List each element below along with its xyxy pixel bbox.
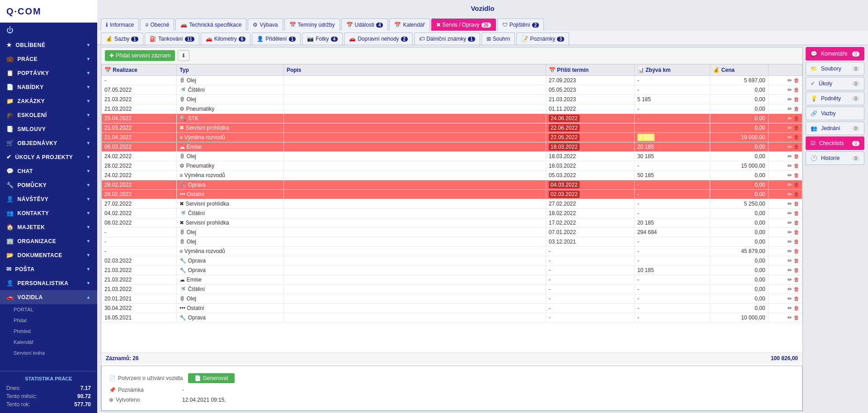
tab-tankovani[interactable]: ⛽Tankování11 [145,33,199,45]
tab-kalendar[interactable]: 📅Kalendář [389,19,429,31]
cell-actions[interactable]: ✏🗑 [768,304,802,313]
sidebar-sub-portal[interactable]: PORTÁL [0,304,97,315]
edit-icon[interactable]: ✏ [788,144,792,150]
delete-icon[interactable]: 🗑 [794,125,799,131]
cell-actions[interactable]: ✏🗑 [768,171,802,180]
cell-actions[interactable]: ✏🗑 [768,85,802,95]
tab-sazby[interactable]: 💰Sazby1 [101,33,143,45]
cell-actions[interactable]: ✏🗑 [768,180,802,190]
sidebar-item-ukoly[interactable]: ✔ÚKOLY A PROJEKTY ▼ [0,150,97,164]
edit-icon[interactable]: ✏ [788,210,792,216]
edit-icon[interactable]: ✏ [788,153,792,160]
rp-jednani[interactable]: 👥 Jednání 0 [806,122,864,135]
sidebar-item-pomucky[interactable]: 🔧POMŮCKY ▼ [0,178,97,192]
sidebar-item-chat[interactable]: 💬CHAT ▼ [0,164,97,178]
rp-podnety[interactable]: 💡 Podněty 0 [806,92,864,105]
rp-vazby[interactable]: 🔗 Vazby [806,107,864,120]
tab-poznamky[interactable]: 📝Poznámky3 [516,33,569,45]
power-button[interactable]: ⏻ [0,23,97,38]
delete-icon[interactable]: 🗑 [794,248,799,254]
edit-icon[interactable]: ✏ [788,115,792,122]
delete-icon[interactable]: 🗑 [794,229,799,235]
rp-historie[interactable]: 🕐 Historíe 0 [806,151,864,165]
tab-servis[interactable]: ✖Servis / Opravy26 [431,19,496,31]
cell-actions[interactable]: ✏🗑 [768,256,802,266]
cell-actions[interactable]: ✏🗑 [768,275,802,285]
tab-pojisteni[interactable]: 🛡Pojištění2 [497,19,544,31]
edit-icon[interactable]: ✏ [788,191,792,197]
delete-icon[interactable]: 🗑 [794,286,799,292]
delete-icon[interactable]: 🗑 [794,267,799,273]
edit-icon[interactable]: ✏ [788,163,792,169]
sidebar-sub-prehled[interactable]: Přehled [0,326,97,337]
sidebar-item-eskoleni[interactable]: 🎓eSKOLENÍ ▼ [0,108,97,122]
delete-icon[interactable]: 🗑 [794,210,799,216]
sidebar-item-zakazky[interactable]: 📁ZAKÁZKY ▼ [0,94,97,108]
tab-prideleni[interactable]: 👤Přidělení1 [252,33,301,45]
add-service-button[interactable]: ✚ Přidat servisní záznam [105,50,175,61]
delete-icon[interactable]: 🗑 [794,258,799,264]
edit-icon[interactable]: ✏ [788,267,792,273]
sidebar-sub-kalendar[interactable]: Kalendář [0,337,97,347]
sidebar-item-objednavky[interactable]: 🛒OBJEDNÁVKY ▼ [0,136,97,150]
delete-icon[interactable]: 🗑 [794,106,799,112]
cell-actions[interactable]: ✏🗑 [768,266,802,275]
edit-icon[interactable]: ✏ [788,77,792,84]
delete-icon[interactable]: 🗑 [794,305,799,311]
tab-technicka[interactable]: 🚗Technická specifikace [175,19,246,31]
edit-icon[interactable]: ✏ [788,286,792,292]
rp-checklists[interactable]: ☑ Checklists 0 [806,136,864,150]
sidebar-item-posta[interactable]: ✉POŠTA ▼ [0,262,97,276]
delete-icon[interactable]: 🗑 [794,191,799,197]
cell-actions[interactable]: ✏🗑 [768,237,802,247]
tab-terminy[interactable]: 📅Termíny údržby [284,19,340,31]
delete-icon[interactable]: 🗑 [794,96,799,103]
tab-souhrn[interactable]: ⊞Souhrn [481,33,515,45]
sidebar-sub-pridat[interactable]: Přidat [0,315,97,326]
service-table-scroll[interactable]: 📅 Realizace Typ Popis 📅 Příští termín 📊 … [101,64,802,352]
tab-dopravni[interactable]: 🚗Dopravní nehody2 [344,33,413,45]
sidebar-sub-servisni[interactable]: Servisní kniha [0,347,97,358]
edit-icon[interactable]: ✏ [788,314,792,321]
cell-actions[interactable]: ✏🗑 [768,285,802,294]
sidebar-item-smlouvy[interactable]: 📑SMLOUVY ▼ [0,122,97,136]
cell-actions[interactable]: ✏🗑 [768,313,802,323]
sidebar-item-organizace[interactable]: 🏢ORGANIZACE ▼ [0,234,97,248]
cell-actions[interactable]: ✏🗑 [768,133,802,142]
rp-ukoly[interactable]: ✔ Úkoly 0 [806,77,864,90]
tab-informace[interactable]: ℹInformace [101,19,139,31]
delete-icon[interactable]: 🗑 [794,87,799,93]
cell-actions[interactable]: ✏🗑 [768,152,802,161]
cell-actions[interactable]: ✏🗑 [768,218,802,228]
delete-icon[interactable]: 🗑 [794,163,799,169]
sidebar-item-dokumentace[interactable]: 📂DOKUMENTACE ▼ [0,248,97,262]
cell-actions[interactable]: ✏🗑 [768,142,802,152]
delete-icon[interactable]: 🗑 [794,239,799,245]
delete-icon[interactable]: 🗑 [794,182,799,188]
tab-obecne[interactable]: ≡Obecné [140,19,174,31]
delete-icon[interactable]: 🗑 [794,314,799,321]
edit-icon[interactable]: ✏ [788,239,792,245]
edit-icon[interactable]: ✏ [788,182,792,188]
cell-actions[interactable]: ✏🗑 [768,209,802,218]
edit-icon[interactable]: ✏ [788,106,792,112]
sidebar-item-kontakty[interactable]: 👥KONTAKTY ▼ [0,206,97,220]
edit-icon[interactable]: ✏ [788,125,792,131]
cell-actions[interactable]: ✏🗑 [768,104,802,114]
cell-actions[interactable]: ✏🗑 [768,228,802,237]
rp-komentare[interactable]: 💬 Komentáře 0 [806,47,864,61]
edit-icon[interactable]: ✏ [788,220,792,226]
cell-actions[interactable]: ✏🗑 [768,95,802,104]
edit-icon[interactable]: ✏ [788,87,792,93]
cell-actions[interactable]: ✏🗑 [768,123,802,133]
tab-kilometry[interactable]: 🚗Kilometry6 [201,33,251,45]
sidebar-item-majetek[interactable]: 🏠MAJETEK ▼ [0,220,97,234]
edit-icon[interactable]: ✏ [788,229,792,235]
cell-actions[interactable]: ✏🗑 [768,294,802,304]
delete-icon[interactable]: 🗑 [794,144,799,150]
tab-fotky[interactable]: 📷Fotky4 [302,33,343,45]
delete-icon[interactable]: 🗑 [794,115,799,122]
cell-actions[interactable]: ✏🗑 [768,190,802,199]
sidebar-item-vozidla[interactable]: 🚗VOZIDLA ▲ [0,290,97,304]
edit-icon[interactable]: ✏ [788,172,792,178]
